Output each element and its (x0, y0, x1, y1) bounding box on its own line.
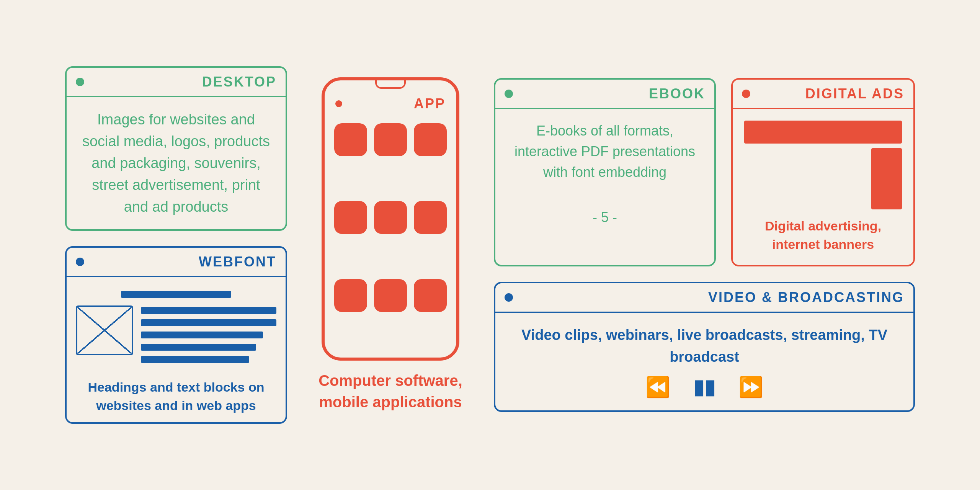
rewind-icon[interactable]: ⏪ (645, 376, 670, 399)
digital-dot (742, 90, 750, 98)
app-icon-6 (414, 201, 447, 234)
wf-title-bar (121, 291, 231, 298)
phone: APP (322, 77, 459, 361)
webfont-caption: Headings and text blocks on websites and… (76, 378, 276, 415)
ebook-body: E-books of all formats, interactive PDF … (495, 109, 714, 239)
webfont-dot (76, 258, 84, 266)
digital-body: Digital advertising, internet banners (733, 109, 913, 265)
left-column: DESKTOP Images for websites and social m… (65, 66, 287, 424)
phone-notch (375, 80, 406, 89)
phone-header: APP (325, 84, 456, 116)
app-icon-4 (334, 201, 367, 234)
wf-line-4 (141, 344, 256, 351)
app-grid (323, 116, 458, 358)
wf-line-1 (141, 307, 276, 314)
wf-image-placeholder (76, 305, 133, 355)
app-icon-5 (374, 201, 407, 234)
wf-content-area (76, 305, 276, 363)
da-banner-top (744, 121, 902, 144)
video-dot (505, 293, 513, 302)
right-top-row: EBOOK E-books of all formats, interactiv… (494, 78, 915, 266)
desktop-card: DESKTOP Images for websites and social m… (65, 66, 287, 231)
app-icon-2 (374, 123, 407, 156)
video-card-header: VIDEO & BROADCASTING (495, 283, 913, 313)
video-text: Video clips, webinars, live broadcasts, … (507, 324, 902, 368)
video-controls: ⏪ ▮▮ ⏩ (507, 376, 902, 399)
center-column: APP Computer software, mobile applicatio… (310, 77, 471, 413)
app-icon-9 (414, 279, 447, 312)
desktop-card-header: DESKTOP (67, 68, 286, 97)
app-label: APP (414, 96, 446, 112)
webfont-title: WEBFONT (199, 254, 276, 270)
digital-title: DIGITAL ADS (805, 86, 904, 102)
wf-line-2 (141, 319, 276, 326)
video-card: VIDEO & BROADCASTING Video clips, webina… (494, 282, 915, 412)
ebook-title: EBOOK (649, 86, 705, 102)
app-icon-3 (414, 123, 447, 156)
wf-line-5 (141, 356, 249, 363)
video-title: VIDEO & BROADCASTING (708, 289, 904, 305)
webfont-card-header: WEBFONT (67, 248, 286, 277)
right-column: EBOOK E-books of all formats, interactiv… (494, 78, 915, 412)
phone-dot (335, 100, 342, 107)
webfont-body: Headings and text blocks on websites and… (67, 277, 286, 422)
da-side-banner (871, 148, 902, 209)
app-icon-7 (334, 279, 367, 312)
da-row (744, 148, 902, 209)
app-caption: Computer software, mobile applications (310, 370, 471, 413)
ebook-card-header: EBOOK (495, 80, 714, 109)
digital-card: DIGITAL ADS Digital advertising, interne… (731, 78, 915, 266)
webfont-card: WEBFONT Headi (65, 246, 287, 424)
app-icon-1 (334, 123, 367, 156)
app-icon-8 (374, 279, 407, 312)
main-container: DESKTOP Images for websites and social m… (31, 19, 949, 471)
desktop-dot (76, 78, 84, 86)
desktop-body: Images for websites and social media, lo… (67, 97, 286, 229)
desktop-title: DESKTOP (202, 74, 276, 90)
wf-lines (141, 305, 276, 363)
wf-line-3 (141, 332, 263, 338)
fast-forward-icon[interactable]: ⏩ (738, 376, 763, 399)
ebook-text: E-books of all formats, interactive PDF … (507, 121, 703, 183)
pause-icon[interactable]: ▮▮ (693, 376, 715, 399)
digital-text: Digital advertising, internet banners (744, 217, 902, 253)
digital-ad-mockup (744, 121, 902, 209)
ebook-card: EBOOK E-books of all formats, interactiv… (494, 78, 716, 266)
digital-card-header: DIGITAL ADS (733, 80, 913, 109)
ebook-page: - 5 - (593, 207, 617, 228)
desktop-text: Images for websites and social media, lo… (78, 109, 274, 218)
webfont-mockup (76, 285, 276, 369)
video-body: Video clips, webinars, live broadcasts, … (495, 313, 913, 410)
ebook-dot (505, 90, 513, 98)
